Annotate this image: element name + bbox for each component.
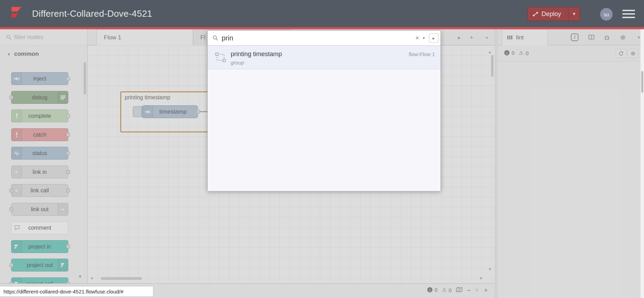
deploy-label: Deploy xyxy=(542,10,561,18)
hamburger-icon xyxy=(622,10,635,11)
search-result-type: group xyxy=(231,60,244,66)
hamburger-icon xyxy=(622,17,635,18)
page-title: Different-Collared-Dove-4521 xyxy=(32,8,152,19)
search-input[interactable] xyxy=(222,34,415,42)
search-options-caret-icon[interactable]: ▾ xyxy=(423,36,425,40)
search-dialog: × ▾ ▸ printing timestamp flow:Flow 1 gro… xyxy=(207,30,441,191)
group-icon xyxy=(215,53,226,63)
search-icon xyxy=(213,35,218,41)
browser-scrollbar[interactable] xyxy=(641,29,644,298)
user-avatar[interactable]: su xyxy=(600,8,613,21)
main-menu-button[interactable] xyxy=(622,10,635,18)
app-header: Different-Collared-Dove-4521 Deploy ▼ su xyxy=(0,0,644,27)
deploy-icon xyxy=(532,12,538,17)
hamburger-icon xyxy=(622,13,635,15)
search-result-item[interactable]: printing timestamp flow:Flow 1 group xyxy=(208,46,440,69)
clear-search-icon[interactable]: × xyxy=(415,34,419,42)
flowfuse-logo-icon xyxy=(10,6,26,21)
search-input-row: × ▾ ▸ xyxy=(208,31,440,46)
search-result-flow: flow:Flow 1 xyxy=(409,51,435,57)
header-accent-line xyxy=(0,27,644,29)
search-result-title: printing timestamp xyxy=(231,51,282,58)
search-history-button[interactable]: ▸ xyxy=(429,33,438,43)
search-results-list: printing timestamp flow:Flow 1 group xyxy=(208,46,440,191)
browser-status-url: https://different-collared-dove-4521.flo… xyxy=(0,286,153,296)
browser-scrollbar-thumb[interactable] xyxy=(641,71,643,93)
deploy-button[interactable]: Deploy ▼ xyxy=(527,7,580,21)
deploy-options-caret[interactable]: ▼ xyxy=(568,7,580,21)
